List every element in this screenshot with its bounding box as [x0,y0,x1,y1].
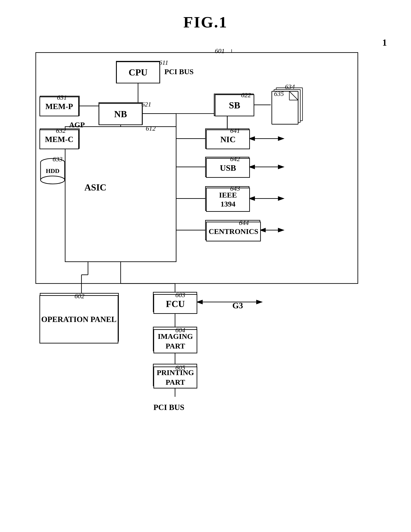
g3-label: G3 [232,301,243,310]
pci-bus-bottom-label: PCI BUS [154,403,184,412]
svg-text:HDD: HDD [46,167,59,174]
ieee1394-box: IEEE1394 [206,188,250,212]
ref-634: 634 [285,83,295,90]
svg-rect-4 [36,52,358,283]
ref-601: 601 [215,47,225,55]
ref-633: 633 [53,155,63,163]
page-title: FIG.1 [0,0,411,31]
usb-box: USB [206,158,250,178]
ref-644: 644 [239,219,249,227]
svg-rect-11 [65,127,176,262]
cpu-box: CPU [116,61,160,83]
ref-622: 622 [241,91,251,99]
centronics-box: CENTRONICS [206,222,261,241]
ref-604: 604 [175,326,185,334]
ref-602: 602 [74,292,84,300]
ref-611: 611 [159,59,168,66]
nic-box: NIC [206,130,250,149]
ref-641: 641 [230,127,240,134]
svg-point-54 [41,176,65,184]
ref-632: 632 [56,127,66,134]
ref-642: 642 [230,155,240,163]
ref-603: 603 [175,291,185,299]
ref-612: 612 [146,125,156,132]
ref-643: 643 [230,185,240,192]
pci-bus-top-label: PCI BUS [164,68,193,76]
asic-label: ASIC [84,182,106,193]
agp-label: AGP [69,121,85,129]
ref-631: 631 [57,94,67,101]
nb-box: NB [99,103,143,125]
ref-635: 635 [274,90,284,97]
operation-panel-box: OPERATION PANEL [39,295,118,343]
ref-605: 605 [175,364,185,371]
ref-621: 621 [141,101,151,108]
